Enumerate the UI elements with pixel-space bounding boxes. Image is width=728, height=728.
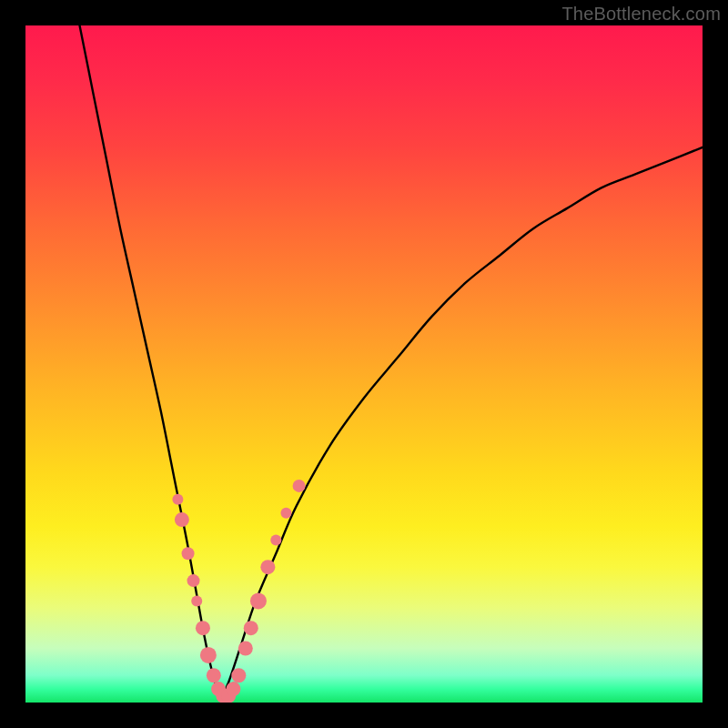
sample-point <box>280 508 291 519</box>
sample-point <box>196 621 210 635</box>
curve-left-branch <box>80 25 222 696</box>
sample-point <box>270 534 281 545</box>
sample-point <box>260 560 275 574</box>
curve-right-branch <box>222 147 703 696</box>
sample-point <box>244 621 258 635</box>
sample-point <box>175 512 189 527</box>
chart-frame: TheBottleneck.com <box>0 0 728 728</box>
sample-point <box>200 647 217 663</box>
sample-point <box>182 547 195 560</box>
sample-point <box>191 595 202 606</box>
plot-area <box>25 25 703 703</box>
sample-point <box>226 682 240 696</box>
sample-point <box>172 494 183 505</box>
sample-point <box>238 641 253 655</box>
sample-points-group <box>172 480 305 703</box>
watermark-text: TheBottleneck.com <box>561 4 721 25</box>
sample-point <box>250 592 267 609</box>
sample-point <box>293 480 306 492</box>
sample-point <box>207 668 221 682</box>
bottleneck-curve-svg <box>25 25 703 703</box>
sample-point <box>187 574 200 587</box>
sample-point <box>231 668 246 682</box>
